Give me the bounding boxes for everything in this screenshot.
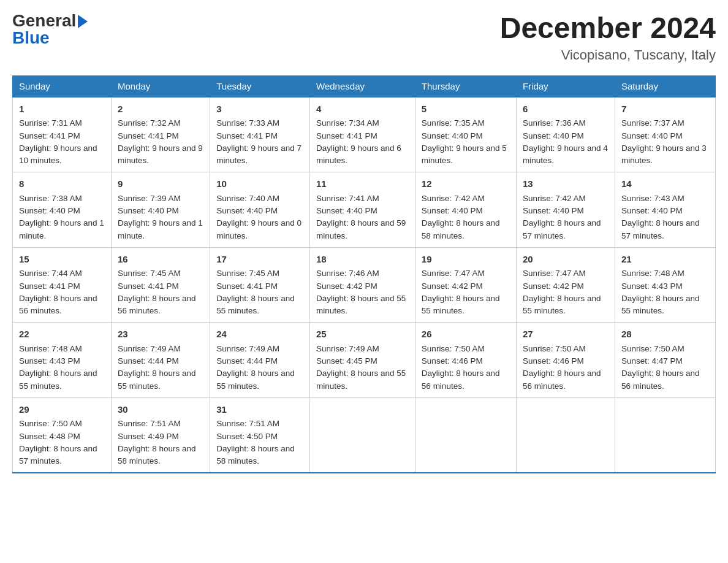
sunrise-label: Sunrise: 7:47 AM	[422, 269, 485, 278]
day-number: 23	[118, 327, 203, 342]
sunset-label: Sunset: 4:50 PM	[216, 432, 278, 441]
day-number: 16	[118, 253, 203, 267]
calendar-cell: 30 Sunrise: 7:51 AM Sunset: 4:49 PM Dayl…	[111, 397, 210, 473]
calendar-cell: 12 Sunrise: 7:42 AM Sunset: 4:40 PM Dayl…	[415, 172, 516, 248]
calendar-cell: 4 Sunrise: 7:34 AM Sunset: 4:41 PM Dayli…	[310, 97, 415, 172]
daylight-label: Daylight: 8 hours and 56 minutes.	[118, 294, 196, 315]
sunset-label: Sunset: 4:41 PM	[19, 282, 80, 291]
calendar-cell: 31 Sunrise: 7:51 AM Sunset: 4:50 PM Dayl…	[210, 397, 310, 473]
calendar-cell: 9 Sunrise: 7:39 AM Sunset: 4:40 PM Dayli…	[111, 172, 210, 248]
day-number: 12	[422, 177, 510, 191]
calendar-cell: 6 Sunrise: 7:36 AM Sunset: 4:40 PM Dayli…	[516, 97, 615, 172]
day-number: 6	[523, 102, 609, 117]
calendar-cell: 25 Sunrise: 7:49 AM Sunset: 4:45 PM Dayl…	[310, 323, 415, 398]
sunset-label: Sunset: 4:41 PM	[19, 131, 80, 140]
header-thursday: Thursday	[415, 75, 516, 97]
daylight-label: Daylight: 8 hours and 58 minutes.	[422, 218, 500, 240]
sunrise-label: Sunrise: 7:51 AM	[118, 419, 181, 428]
sunrise-label: Sunrise: 7:35 AM	[422, 118, 485, 128]
header-tuesday: Tuesday	[210, 75, 310, 97]
day-number: 2	[118, 102, 203, 117]
calendar-cell: 5 Sunrise: 7:35 AM Sunset: 4:40 PM Dayli…	[415, 97, 516, 172]
calendar-week-row: 15 Sunrise: 7:44 AM Sunset: 4:41 PM Dayl…	[13, 247, 716, 323]
sunset-label: Sunset: 4:47 PM	[621, 356, 683, 366]
sunset-label: Sunset: 4:41 PM	[118, 282, 179, 291]
logo-text-blue: Blue	[12, 29, 50, 47]
day-number: 24	[216, 327, 303, 342]
sunrise-label: Sunrise: 7:32 AM	[118, 118, 181, 128]
sunrise-label: Sunrise: 7:51 AM	[216, 419, 279, 428]
calendar-cell	[516, 397, 615, 473]
calendar-cell: 16 Sunrise: 7:45 AM Sunset: 4:41 PM Dayl…	[111, 247, 210, 323]
daylight-label: Daylight: 8 hours and 59 minutes.	[316, 218, 406, 240]
sunrise-label: Sunrise: 7:31 AM	[19, 118, 82, 128]
calendar-table: Sunday Monday Tuesday Wednesday Thursday…	[12, 75, 716, 474]
daylight-label: Daylight: 8 hours and 58 minutes.	[118, 444, 196, 465]
calendar-cell: 10 Sunrise: 7:40 AM Sunset: 4:40 PM Dayl…	[210, 172, 310, 248]
sunrise-label: Sunrise: 7:45 AM	[118, 269, 181, 278]
page-header: General Blue December 2024 Vicopisano, T…	[12, 12, 716, 63]
day-number: 22	[19, 327, 105, 342]
sunset-label: Sunset: 4:46 PM	[422, 356, 483, 366]
calendar-week-row: 22 Sunrise: 7:48 AM Sunset: 4:43 PM Dayl…	[13, 323, 716, 398]
day-number: 20	[523, 253, 609, 267]
sunset-label: Sunset: 4:40 PM	[118, 206, 179, 215]
header-saturday: Saturday	[615, 75, 715, 97]
calendar-cell: 29 Sunrise: 7:50 AM Sunset: 4:48 PM Dayl…	[13, 397, 112, 473]
sunrise-label: Sunrise: 7:45 AM	[216, 269, 279, 278]
daylight-label: Daylight: 8 hours and 56 minutes.	[422, 369, 500, 390]
daylight-label: Daylight: 8 hours and 58 minutes.	[216, 444, 295, 465]
daylight-label: Daylight: 9 hours and 1 minute.	[118, 218, 203, 240]
calendar-cell: 15 Sunrise: 7:44 AM Sunset: 4:41 PM Dayl…	[13, 247, 112, 323]
logo-arrow-icon	[78, 15, 88, 28]
day-number: 18	[316, 253, 409, 267]
calendar-cell: 18 Sunrise: 7:46 AM Sunset: 4:42 PM Dayl…	[310, 247, 415, 323]
daylight-label: Daylight: 8 hours and 57 minutes.	[523, 218, 601, 240]
header-wednesday: Wednesday	[310, 75, 415, 97]
day-number: 3	[216, 102, 303, 117]
day-number: 19	[422, 253, 510, 267]
daylight-label: Daylight: 9 hours and 7 minutes.	[216, 144, 301, 165]
daylight-label: Daylight: 8 hours and 55 minutes.	[316, 294, 406, 315]
day-number: 21	[621, 253, 709, 267]
day-number: 27	[523, 327, 609, 342]
day-number: 1	[19, 102, 105, 117]
daylight-label: Daylight: 8 hours and 56 minutes.	[523, 369, 601, 390]
sunset-label: Sunset: 4:41 PM	[316, 131, 377, 140]
sunrise-label: Sunrise: 7:48 AM	[19, 344, 82, 353]
daylight-label: Daylight: 8 hours and 55 minutes.	[216, 294, 295, 315]
daylight-label: Daylight: 8 hours and 57 minutes.	[621, 218, 700, 240]
calendar-cell: 14 Sunrise: 7:43 AM Sunset: 4:40 PM Dayl…	[615, 172, 715, 248]
day-number: 5	[422, 102, 510, 117]
sunset-label: Sunset: 4:40 PM	[523, 131, 584, 140]
daylight-label: Daylight: 9 hours and 3 minutes.	[621, 144, 707, 165]
calendar-cell: 27 Sunrise: 7:50 AM Sunset: 4:46 PM Dayl…	[516, 323, 615, 398]
sunset-label: Sunset: 4:48 PM	[19, 432, 80, 441]
sunset-label: Sunset: 4:44 PM	[118, 356, 179, 366]
calendar-cell: 24 Sunrise: 7:49 AM Sunset: 4:44 PM Dayl…	[210, 323, 310, 398]
sunset-label: Sunset: 4:49 PM	[118, 432, 179, 441]
sunset-label: Sunset: 4:40 PM	[216, 206, 278, 215]
sunset-label: Sunset: 4:44 PM	[216, 356, 278, 366]
sunrise-label: Sunrise: 7:34 AM	[316, 118, 379, 128]
sunrise-label: Sunrise: 7:42 AM	[523, 194, 586, 203]
sunrise-label: Sunrise: 7:40 AM	[216, 194, 279, 203]
day-number: 9	[118, 177, 203, 191]
calendar-week-row: 29 Sunrise: 7:50 AM Sunset: 4:48 PM Dayl…	[13, 397, 716, 473]
sunrise-label: Sunrise: 7:49 AM	[216, 344, 279, 353]
calendar-cell: 3 Sunrise: 7:33 AM Sunset: 4:41 PM Dayli…	[210, 97, 310, 172]
sunset-label: Sunset: 4:42 PM	[422, 282, 483, 291]
sunset-label: Sunset: 4:45 PM	[316, 356, 377, 366]
sunrise-label: Sunrise: 7:47 AM	[523, 269, 586, 278]
day-number: 25	[316, 327, 409, 342]
calendar-subtitle: Vicopisano, Tuscany, Italy	[500, 47, 716, 63]
sunrise-label: Sunrise: 7:42 AM	[422, 194, 485, 203]
sunset-label: Sunset: 4:40 PM	[316, 206, 377, 215]
calendar-title: December 2024	[500, 12, 716, 45]
daylight-label: Daylight: 8 hours and 55 minutes.	[523, 294, 601, 315]
header-friday: Friday	[516, 75, 615, 97]
daylight-label: Daylight: 8 hours and 55 minutes.	[621, 294, 700, 315]
sunrise-label: Sunrise: 7:39 AM	[118, 194, 181, 203]
day-number: 29	[19, 403, 105, 417]
sunrise-label: Sunrise: 7:33 AM	[216, 118, 279, 128]
